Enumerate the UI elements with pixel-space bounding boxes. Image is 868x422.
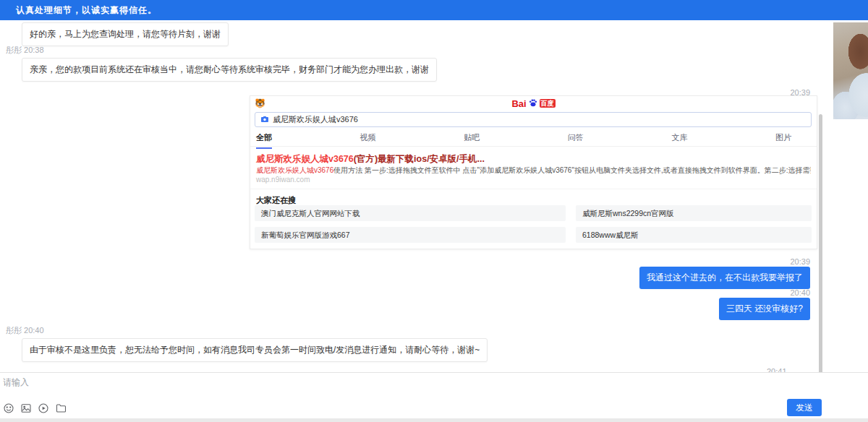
related-search-chip: 6188www威尼斯 xyxy=(576,227,812,243)
send-button[interactable]: 发送 xyxy=(787,399,822,416)
search-result-url: wap.n9iwan.com xyxy=(256,176,310,184)
folder-icon[interactable] xyxy=(55,402,67,414)
chat-scrollbar[interactable] xyxy=(819,114,822,376)
user-message-text: 我通过这个进去的，在不出款我要举报了 xyxy=(647,272,803,283)
message-timestamp: 20:40 xyxy=(790,288,810,297)
search-query-text: 威尼斯欢乐娱人城v3676 xyxy=(273,114,358,125)
result-title-rest: (官方)最新下载ios/安卓版/手机... xyxy=(354,154,485,164)
contact-photo xyxy=(833,22,868,119)
related-searches-heading: 大家还在搜 xyxy=(256,195,296,206)
message-timestamp: 20:41 xyxy=(767,367,787,372)
related-search-chip: 威斯尼斯wns2299cn官网版 xyxy=(576,205,812,221)
agent-name-timestamp: 彤彤 20:40 xyxy=(6,325,44,336)
result-desc-rest: 使用方法 第一步:选择拖拽文件至软件中 点击"添加威尼斯欢乐娱人城v3676"按… xyxy=(333,166,811,174)
search-result-description: 威尼斯欢乐娱人城v3676使用方法 第一步:选择拖拽文件至软件中 点击"添加威尼… xyxy=(256,165,811,176)
agent-message-text: 好的亲，马上为您查询处理，请您等待片刻，谢谢 xyxy=(30,29,221,39)
baidu-logo-text: Bai xyxy=(511,98,526,109)
user-message-bubble: 三四天 还没审核好? xyxy=(719,298,810,320)
search-result-title: 威尼斯欢乐娱人城v3676(官方)最新下载ios/安卓版/手机... xyxy=(256,153,485,165)
related-search-chip: 新葡萄娱乐官网版游戏667 xyxy=(255,227,566,243)
baidu-paw-icon xyxy=(528,98,538,109)
message-timestamp: 20:39 xyxy=(790,257,810,266)
baidu-logo: Bai 百度 xyxy=(250,98,817,109)
baidu-logo-badge: 百度 xyxy=(540,99,556,108)
agent-message-bubble: 好的亲，马上为您查询处理，请您等待片刻，谢谢 xyxy=(22,22,229,46)
tabs-divider xyxy=(250,146,817,147)
camera-icon xyxy=(260,115,269,125)
baidu-screenshot-attachment[interactable]: 🐯 Bai 百度 威尼斯欢乐娱人城v3676 全部 视频 贴吧 问答 文库 图片… xyxy=(250,95,817,249)
message-input[interactable]: 请输入 xyxy=(3,376,29,389)
notice-banner: 认真处理细节，以诚实赢得信任。 xyxy=(0,0,868,20)
agent-message-text: 由于审核不是这里负责，恕无法给予您时间，如有消息我司专员会第一时间致电/发消息进… xyxy=(30,345,480,355)
video-icon[interactable] xyxy=(38,402,49,414)
agent-message-bubble: 亲亲，您的款项目前系统还在审核当中，请您耐心等待系统审核完毕，财务部门才能为您办… xyxy=(22,58,437,82)
agent-message-bubble: 由于审核不是这里负责，恕无法给予您时间，如有消息我司专员会第一时间致电/发消息进… xyxy=(22,338,488,362)
notice-banner-text: 认真处理细节，以诚实赢得信任。 xyxy=(16,5,157,15)
bottom-scrollbar-track xyxy=(0,418,868,422)
result-title-highlight: 威尼斯欢乐娱人城v3676 xyxy=(256,154,354,164)
composer-toolbar xyxy=(3,402,67,414)
chat-app-screen: 认真处理细节，以诚实赢得信任。 好的亲，马上为您查询处理，请您等待片刻，谢谢 彤… xyxy=(0,0,868,422)
result-desc-highlight: 威尼斯欢乐娱人城v3676 xyxy=(256,166,333,174)
user-message-bubble: 我通过这个进去的，在不出款我要举报了 xyxy=(639,267,810,289)
image-upload-icon[interactable] xyxy=(20,402,32,414)
agent-name-timestamp: 彤彤 20:38 xyxy=(6,45,44,56)
emoji-icon[interactable] xyxy=(3,402,14,414)
clipped-timestamp-wrap: 20:41 xyxy=(767,364,810,372)
message-composer[interactable]: 请输入 发送 xyxy=(0,372,868,418)
agent-message-text: 亲亲，您的款项目前系统还在审核当中，请您耐心等待系统审核完毕，财务部门才能为您办… xyxy=(30,64,429,74)
result-divider xyxy=(250,189,817,189)
baidu-search-input: 威尼斯欢乐娱人城v3676 xyxy=(255,112,812,127)
user-message-text: 三四天 还没审核好? xyxy=(726,303,803,314)
related-search-chip: 澳门威尼克斯人官网网站下载 xyxy=(255,205,566,221)
